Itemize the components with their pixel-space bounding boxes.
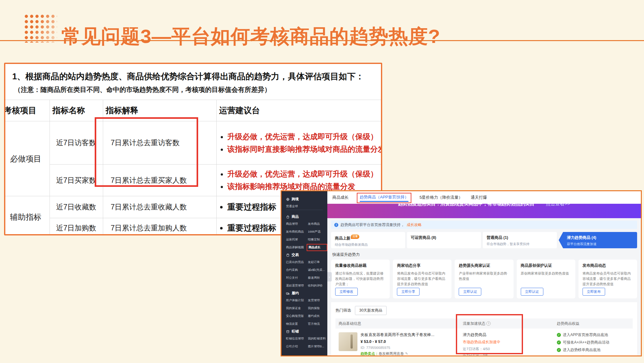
growth-guide-link[interactable]: 成长攻略 — [407, 222, 422, 228]
metric-name: 近7日收藏数 — [50, 196, 103, 218]
info-bar: i 趋势商品可获平台首页推荐流量扶持，成长攻略 — [331, 221, 637, 229]
metric-name: 近7日买家数 — [50, 165, 103, 196]
tab-price-power[interactable]: 5星价格力（降价流量） — [420, 195, 462, 200]
product-row[interactable]: 夹板直发器卷直两用不伤发负离子卷发棒... ¥ 53.0 - ¥ 57.0 ID… — [335, 329, 633, 355]
sidebar-section-product: 商品 商品管理发布商品 发布商机商品1688严选 运营托管哇噢定制 商品讲解视频… — [286, 210, 323, 250]
sidebar-section-trade: 交易 已卖出的货品发起订单 合约采购诚e赊(先采... 对公支付极速周转 退款退… — [286, 253, 326, 288]
filter-30day-new-button[interactable]: 30天新发商品 — [355, 306, 387, 315]
metric-explain: 7日累计总去重访客数 — [103, 121, 217, 165]
sidebar-section-label: 跨境 — [292, 197, 299, 202]
admin-sidebar: 跨境 货通全球 商品 商品管理发布商品 发布商机商品1688严选 运营托管哇噢定… — [282, 191, 327, 355]
admin-content: 商品成长 趋势商品（APP首页扶持） 5星价格力（降价流量） 通天打爆 趋势热度… — [327, 191, 641, 355]
metric-name: 近7日访客数 — [50, 121, 103, 165]
boost-card-edit-title: 批量修改商品标题 通过市场热点情况，批量建议修改商品标题，可快速获取趋势用户流量… — [331, 260, 390, 298]
sidebar-section-label: 旺铺 — [292, 329, 299, 334]
sidebar-item[interactable]: 我的保险 — [308, 306, 326, 310]
filter-hot[interactable]: 热门筛选 — [335, 308, 351, 313]
tab-trend-product[interactable]: 趋势商品（APP首页扶持） — [360, 194, 409, 202]
carousel-prev-button[interactable]: ‹ — [327, 272, 332, 281]
tab-product-growth[interactable]: 商品成长 — [332, 195, 349, 200]
boost-card-publish-feed: 发布商品动态 将商品发布会员号动态可获取内容域流量，吸引更多客户看商品提升更多趋… — [578, 260, 637, 298]
sidebar-item[interactable]: 物流设置 — [286, 322, 306, 326]
boost-card-source-cert: 趋势源头商家认证 产业带标杆商家将获取更多趋势热度值 立即认证 — [455, 260, 513, 298]
sidebar-item[interactable]: 哇噢定制 — [308, 238, 326, 242]
product-id: ID: 779556685975 — [361, 346, 434, 350]
product-title: 夹板直发器卷直两用不伤发负离子卷发棒... — [361, 332, 434, 338]
selling-point-label: 趋势卖点： — [361, 352, 379, 355]
col-header-metric: 指标名称 — [50, 100, 103, 121]
admin-topbar: 商品成长 趋势商品（APP首页扶持） 5星价格力（降价流量） 通天打爆 — [327, 191, 641, 204]
red-highlight-active-tab: 趋势商品（APP首页扶持） — [357, 193, 411, 203]
publish-now-button[interactable]: 立即发布 — [583, 288, 605, 296]
check-icon: ✓ — [557, 348, 561, 352]
metric-name: 近7日加购数 — [50, 218, 103, 236]
sidebar-item[interactable]: 货通全球 — [286, 204, 306, 208]
sidebar-item[interactable]: 运营托管 — [286, 238, 306, 242]
sidebar-item[interactable]: 图片管理B... — [308, 345, 326, 349]
sidebar-item[interactable]: 发货管理 — [308, 298, 326, 302]
sidebar-item[interactable]: 我的保证金 — [286, 306, 306, 310]
stage-potential-trend[interactable]: 潜力趋势商品 (4) 获平台推荐流量加速 — [559, 232, 637, 248]
sidebar-item[interactable]: 履约成长 — [308, 314, 326, 318]
banner-text: 趋势热度适用类目：消费品现货类商品中，有市场趋势热点的类目 — [398, 204, 535, 206]
col-product-info: 商品基础信息 — [339, 321, 463, 326]
tab-explode[interactable]: 通天打爆 — [471, 195, 487, 200]
sidebar-item[interactable]: 旺铺信息管理 — [286, 337, 306, 341]
product-price: ¥ 53.0 - ¥ 57.0 — [361, 339, 434, 344]
globe-icon — [286, 197, 290, 201]
page-title: 常见问题3—平台如何考核商品的趋势热度? — [61, 23, 440, 50]
sidebar-item[interactable]: 商品管理 — [286, 222, 306, 226]
col-traffic-status: 流量加速状态? — [463, 321, 557, 326]
sidebar-item[interactable]: 合约采购 — [286, 268, 306, 272]
storefront-icon — [286, 330, 290, 334]
certify-now-button[interactable]: 立即认证 — [521, 288, 543, 296]
sidebar-item[interactable]: 发起订单 — [308, 260, 326, 264]
sidebar-item[interactable]: 发布商机商品 — [286, 230, 306, 234]
sidebar-item[interactable]: 对公支付 — [286, 276, 306, 280]
traffic-badge: 流量 — [351, 234, 359, 239]
sidebar-section-fulfillment: 履约 用户体验计划发货管理 我的保证金我的保险 安心购现货版履约成长 物流设置官… — [286, 291, 326, 326]
stage-normal[interactable]: 普通商品 (1) 符合市场趋势，暂未享受扶持 — [483, 232, 557, 248]
certify-now-button[interactable]: 立即认证 — [459, 288, 481, 296]
sidebar-item[interactable]: 已卖出的货品 — [286, 260, 306, 264]
info-icon: i — [334, 223, 338, 227]
edit-pencil-icon[interactable]: ✎ — [405, 352, 408, 355]
metric-explain: 7日累计总去重收藏人数 — [103, 196, 217, 218]
sidebar-item[interactable]: 官方物流 — [308, 322, 326, 326]
metric-explain: 7日累计总去重买家人数 — [103, 165, 217, 196]
trend-rights-cell: ✓进入APP首页推荐商品底池 ✓可报名A+/A++趋势商品活动 ✓进入趋势榜单商… — [557, 332, 630, 355]
sidebar-item[interactable]: 公司介绍 — [286, 345, 306, 349]
boost-section-title: 快速提升趋势力 — [332, 252, 641, 257]
sidebar-section-label: 交易 — [292, 253, 299, 257]
share-now-button[interactable]: 立即分享 — [397, 288, 420, 296]
info-text: 趋势商品可获平台首页推荐流量扶持， — [340, 222, 404, 228]
sidebar-item[interactable]: 商品讲解视频 — [286, 245, 306, 250]
sidebar-item[interactable]: 发布商品 — [308, 222, 326, 226]
selling-point-value: 卷发棒两用直卷 — [379, 352, 404, 355]
edit-now-button[interactable]: 立即修改 — [335, 288, 358, 296]
sidebar-item[interactable]: 我的旺铺资料 — [308, 337, 326, 341]
stage-operable[interactable]: 可运营商品 (8) — [407, 232, 481, 248]
sidebar-item[interactable]: 退款退货管理 — [286, 284, 306, 288]
clipboard-icon — [286, 253, 290, 257]
bag-icon — [286, 215, 290, 219]
sidebar-item[interactable]: 极速周转 — [308, 276, 326, 280]
advice-bullet: 该指标同时直接影响推荐场域对商品的流量分发 — [227, 144, 382, 155]
sidebar-item[interactable]: 1688严选 — [308, 230, 326, 234]
dots-logo — [24, 14, 57, 43]
advice-bullet: 升级必做，优先运营，达成即可升级（保级） — [227, 131, 382, 142]
banner-link[interactable]: 点击查看>> — [546, 204, 570, 206]
sidebar-item[interactable]: 用户体验计划 — [286, 298, 306, 302]
advice-bullet: 升级必做，优先运营，达成即可升级（保级） — [227, 168, 382, 180]
sidebar-item[interactable]: 安心购现货版 — [286, 314, 306, 318]
status-level: 潜力趋势商品 — [463, 332, 557, 338]
sidebar-item-product-growth[interactable]: 商品成长 — [307, 244, 327, 251]
sidebar-item[interactable]: 诚e赊(先采... — [308, 268, 326, 272]
stage-new-product[interactable]: 商品上新流量 结合市场趋势新发商品 — [331, 232, 405, 248]
metric-explain: 7日累计总去重加购人数 — [103, 218, 217, 236]
seller-admin-screenshot: 跨境 货通全球 商品 商品管理发布商品 发布商机商品1688严选 运营托管哇噢定… — [281, 190, 642, 356]
assessment-note: （注意：随商品所在类目不同、命中的市场趋势热度不同，考核项的目标值会有所差异） — [14, 85, 376, 94]
header-divider — [0, 40, 644, 41]
promo-banner: 趋势热度适用类目：消费品现货类商品中，有市场趋势热点的类目点击查看>> — [327, 204, 641, 218]
sidebar-item[interactable]: 收到的评价 — [308, 284, 326, 288]
